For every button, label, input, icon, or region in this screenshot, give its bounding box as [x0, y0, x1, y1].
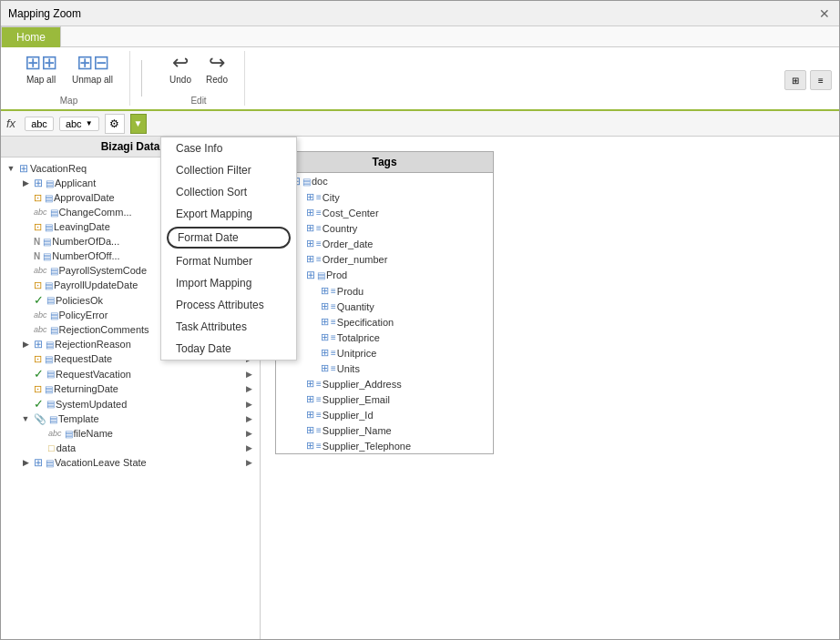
tag-label-supplier-telephone: Supplier_Telephone: [323, 441, 411, 452]
tree-expand-payroll-system[interactable]: [19, 264, 32, 277]
tree-expand-returning-date[interactable]: [19, 382, 32, 395]
dropdown-item-import-mapping[interactable]: Import Mapping: [161, 272, 296, 294]
tag-icon-produ: ⊞: [321, 285, 329, 297]
main-content: Bizagi Data ▼⊞VacationReq▶▶⊞▤Applicant▶⊡…: [1, 137, 839, 639]
tag-item-totalprice[interactable]: ⊞≡ Totalprice: [276, 330, 493, 345]
dropdown-item-case-info[interactable]: Case Info: [161, 137, 296, 159]
tree-item-filename[interactable]: abc▤fileName▶: [3, 426, 258, 441]
format-dropdown[interactable]: abc ▼: [59, 117, 99, 131]
tag-label-supplier-name: Supplier_Name: [323, 425, 392, 436]
tag-label-produ: Produ: [337, 286, 364, 297]
tree-expand-system-updated[interactable]: [19, 398, 32, 411]
arrow-icon: ▼: [134, 118, 143, 128]
tag-item-supplier-name[interactable]: ⊞≡ Supplier_Name: [276, 422, 493, 438]
tree-item-vacation-leave-state[interactable]: ▶⊞▤VacationLeave State▶: [3, 455, 258, 470]
dropdown-item-collection-filter[interactable]: Collection Filter: [161, 159, 296, 181]
tree-icon2-policy-error: ▤: [50, 310, 58, 320]
close-button[interactable]: ✕: [817, 6, 832, 21]
tag-label-supplier-address: Supplier_Address: [323, 379, 402, 390]
tag-item-prod[interactable]: ▼⊞▤ Prod: [276, 267, 493, 283]
tree-icon2-payroll-system: ▤: [50, 266, 58, 276]
tree-expand-request-vacation[interactable]: [19, 368, 32, 381]
tag-item-supplier-email[interactable]: ⊞≡ Supplier_Email: [276, 391, 493, 407]
tab-home[interactable]: Home: [1, 26, 61, 47]
tree-expand-number-of-off[interactable]: [19, 249, 32, 262]
tag-item-country[interactable]: ⊞≡ Country: [276, 220, 493, 236]
dropdown-item-task-attributes[interactable]: Task Attributes: [161, 316, 296, 338]
tree-label-data: data: [56, 442, 76, 453]
unmap-all-icon: ⊞⊟: [77, 53, 109, 73]
tag-item-supplier-address[interactable]: ⊞≡ Supplier_Address: [276, 376, 493, 391]
tree-expand-data[interactable]: [34, 442, 46, 454]
tag-item-cost-center[interactable]: ⊞≡ Cost_Center: [276, 205, 493, 220]
tree-expand-payroll-update[interactable]: [19, 279, 32, 291]
tag-item-city[interactable]: ⊞≡ City: [276, 189, 493, 205]
tree-item-data[interactable]: □data▶: [3, 441, 258, 455]
tag-icon2-supplier-telephone: ≡: [316, 441, 322, 451]
tree-arrow-data: ▶: [246, 443, 252, 452]
tree-expand-rejection-comments[interactable]: [19, 323, 32, 336]
tree-arrow-template: ▶: [246, 414, 252, 423]
tree-item-template[interactable]: ▼📎▤Template▶: [3, 411, 258, 426]
undo-label: Undo: [169, 75, 191, 85]
tree-expand-vacation-req[interactable]: ▼: [5, 162, 17, 175]
tag-label-prod: Prod: [326, 269, 347, 280]
tag-item-specification[interactable]: ⊞≡ Specification: [276, 314, 493, 330]
tree-expand-policies-ok[interactable]: [19, 294, 32, 307]
tag-item-unitprice[interactable]: ⊞≡ Unitprice: [276, 345, 493, 361]
dropdown-item-format-date[interactable]: Format Date: [167, 227, 291, 249]
tree-label-approval-date: ApprovalDate: [54, 192, 115, 203]
formula-bar: fx abc abc ▼ ⚙ ▼ Case InfoCollection Fil…: [1, 111, 839, 137]
dropdown-item-today-date[interactable]: Today Date: [161, 338, 296, 360]
tree-icon2-request-date: ▤: [45, 354, 53, 364]
tag-item-supplier-telephone[interactable]: ⊞≡ Supplier_Telephone: [276, 438, 493, 453]
tree-expand-number-of-da[interactable]: [19, 235, 32, 248]
arrow-button[interactable]: ▼: [130, 114, 147, 134]
tree-expand-filename[interactable]: [34, 427, 46, 440]
tag-item-order-number[interactable]: ⊞≡ Order_number: [276, 251, 493, 267]
tag-icon2-order-date: ≡: [316, 239, 322, 249]
map-all-button[interactable]: ⊞⊞ Map all: [19, 51, 63, 86]
tag-item-doc[interactable]: ▼⊞▤ doc: [276, 173, 493, 189]
tree-label-vacation-leave-state: VacationLeave State: [55, 457, 147, 468]
tag-item-quantity[interactable]: ⊞≡ Quantity: [276, 299, 493, 314]
tree-item-system-updated[interactable]: ✓▤SystemUpdated▶: [3, 396, 258, 411]
tree-expand-change-comm[interactable]: [19, 206, 32, 218]
tree-icon-approval-date: ⊡: [34, 192, 42, 204]
tree-item-returning-date[interactable]: ⊡▤ReturningDate▶: [3, 381, 258, 396]
tree-expand-vacation-leave-state[interactable]: ▶: [19, 456, 32, 469]
layout2-button[interactable]: ≡: [810, 70, 832, 90]
redo-button[interactable]: ↪ Redo: [200, 51, 233, 86]
tree-expand-leaving-date[interactable]: [19, 220, 32, 233]
unmap-all-button[interactable]: ⊞⊟ Unmap all: [67, 51, 118, 86]
tree-arrow-request-vacation: ▶: [246, 370, 252, 379]
ribbon-tabs: Home: [1, 26, 839, 47]
dropdown-item-process-attributes[interactable]: Process Attributes: [161, 294, 296, 316]
tree-expand-rejection-reason[interactable]: ▶: [19, 338, 32, 350]
dropdown-item-collection-sort[interactable]: Collection Sort: [161, 181, 296, 203]
tag-item-order-date[interactable]: ⊞≡ Order_date: [276, 236, 493, 251]
tree-icon-returning-date: ⊡: [34, 383, 42, 395]
tag-icon-quantity: ⊞: [321, 300, 329, 312]
tag-icon-specification: ⊞: [321, 316, 329, 328]
tree-expand-applicant[interactable]: ▶: [19, 177, 32, 189]
dropdown-item-format-number[interactable]: Format Number: [161, 250, 296, 272]
tree-expand-template[interactable]: ▼: [19, 412, 32, 425]
tree-icon2-returning-date: ▤: [45, 384, 53, 394]
tree-expand-approval-date[interactable]: [19, 191, 32, 204]
tree-item-request-vacation[interactable]: ✓▤RequestVacation▶: [3, 366, 258, 381]
gear-button[interactable]: ⚙: [105, 114, 125, 134]
undo-button[interactable]: ↩ Undo: [164, 51, 197, 86]
tag-item-units[interactable]: ⊞≡ Units: [276, 361, 493, 376]
tree-icon-data: □: [48, 442, 55, 453]
type-selector[interactable]: abc: [25, 117, 54, 131]
tag-item-supplier-id[interactable]: ⊞≡ Supplier_Id: [276, 407, 493, 422]
tree-expand-request-date[interactable]: [19, 352, 32, 365]
dropdown-item-export-mapping[interactable]: Export Mapping: [161, 203, 296, 225]
tree-icon-policy-error: abc: [34, 310, 47, 320]
tree-expand-policy-error[interactable]: [19, 309, 32, 321]
tree-label-rejection-reason: RejectionReason: [55, 339, 131, 350]
layout1-button[interactable]: ⊞: [784, 70, 806, 90]
tag-item-produ[interactable]: ⊞≡ Produ: [276, 283, 493, 299]
tree-icon-policies-ok: ✓: [34, 293, 44, 307]
